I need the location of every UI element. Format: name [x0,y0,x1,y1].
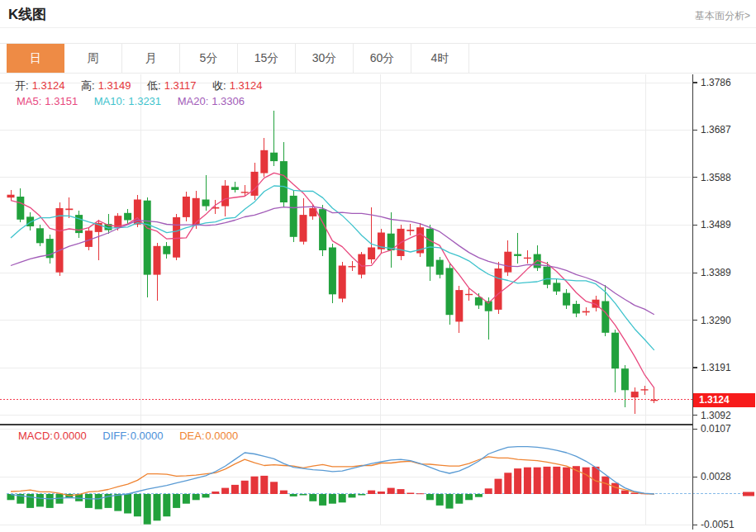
dea-value: 0.0000 [206,430,239,442]
tab-15min[interactable]: 15分 [238,44,296,73]
svg-text:0.0028: 0.0028 [701,471,731,482]
tab-day[interactable]: 日 [7,44,64,73]
period-tabbar: 日 周 月 5分 15分 30分 60分 4时 [0,43,756,74]
svg-text:0.0107: 0.0107 [701,423,731,435]
tab-30min[interactable]: 30分 [296,44,354,73]
high-label: 高: [81,79,95,92]
ohlc-legend: 开:1.3124 高:1.3149 低:1.3117 收:1.3124 [15,78,265,93]
close-label: 收: [212,79,226,92]
tab-4hour[interactable]: 4时 [411,44,469,73]
page-title: K线图 [8,5,46,24]
ma10-value: 1.3231 [128,95,161,107]
svg-text:-0.0051: -0.0051 [701,519,735,530]
close-value: 1.3124 [230,79,263,92]
svg-text:1.3191: 1.3191 [701,362,731,373]
current-price-badge: 1.3124 [693,393,755,407]
ma20-value: 1.3306 [212,95,245,107]
fundamental-analysis-link[interactable]: 基本面分析> [695,9,750,23]
svg-text:1.3687: 1.3687 [701,124,731,135]
page-header: K线图 基本面分析> [0,0,756,28]
high-value: 1.3149 [98,79,131,92]
svg-text:1.3290: 1.3290 [701,315,731,326]
macd-label: MACD: [18,430,53,442]
ma10-label: MA10: [94,95,126,107]
open-value: 1.3124 [32,79,65,92]
tab-60min[interactable]: 60分 [354,44,411,73]
svg-text:1.3786: 1.3786 [701,77,731,88]
svg-text:1.3389: 1.3389 [701,267,731,278]
tab-week[interactable]: 周 [64,44,122,73]
ma-legend: MA5:1.3151 MA10:1.3231 MA20:1.3306 [17,95,248,107]
low-label: 低: [147,79,161,92]
open-label: 开: [15,79,29,92]
diff-label: DIFF: [102,430,130,442]
low-value: 1.3117 [164,79,197,92]
diff-value: 0.0000 [131,430,164,442]
kline-page: 1.37861.36871.35881.34891.33891.32901.31… [0,0,756,532]
macd-value: 0.0000 [54,430,87,442]
ma5-label: MA5: [17,95,41,107]
ma5-value: 1.3151 [45,95,78,107]
ma20-label: MA20: [178,95,209,107]
macd-legend: MACD:0.0000 DIFF:0.0000 DEA:0.0000 [18,430,241,442]
dea-label: DEA: [179,430,204,442]
svg-text:1.3092: 1.3092 [701,410,731,421]
svg-text:1.3489: 1.3489 [701,219,731,230]
svg-text:1.3588: 1.3588 [701,172,731,183]
tab-5min[interactable]: 5分 [180,44,238,73]
tab-month[interactable]: 月 [122,44,180,73]
